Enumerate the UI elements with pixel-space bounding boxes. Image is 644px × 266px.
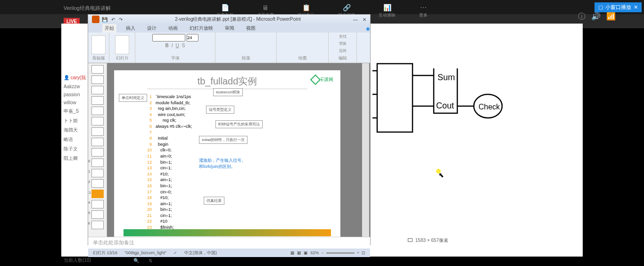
window-icon: ▢ <box>598 4 603 10</box>
view-sorter-icon[interactable]: ▦ <box>297 250 301 255</box>
size-select[interactable] <box>187 34 198 42</box>
view-normal-icon[interactable]: ▦ <box>290 250 295 255</box>
powerpoint-window: 💾 ↶ ↷ 2-verilog经典电路讲解.ppt [兼容模式] - Micro… <box>88 14 371 245</box>
new-slide-button[interactable] <box>115 35 129 54</box>
zoom-level[interactable]: 62% <box>310 250 319 255</box>
slide-thumb[interactable]: 8 <box>91 138 104 146</box>
slide-thumb[interactable]: 16 <box>91 221 104 229</box>
slide-thumb[interactable]: 6 <box>91 117 104 125</box>
slide-scrollbar[interactable] <box>362 63 369 237</box>
sort-icon[interactable]: ⇅ <box>149 258 152 263</box>
slide-thumb[interactable]: 1 <box>91 65 104 74</box>
annotation-box: 仿真结束 <box>204 197 224 205</box>
tab-animation[interactable]: 动画 <box>166 24 180 33</box>
slide-counter: 幻灯片 13/16 <box>93 250 117 256</box>
italic-button[interactable]: I <box>172 43 173 48</box>
wb-cout-label: Cout <box>436 101 454 110</box>
more-button[interactable]: ⋯ 更多 <box>419 4 428 18</box>
slide[interactable]: tb_fulladd实例 E课网 单位时间定义 testbench模块 信号类型… <box>114 70 340 237</box>
wb-sum-label: Sum <box>438 73 455 82</box>
more-icon: ⋯ <box>420 4 427 11</box>
mini-window-button[interactable]: ▢ 小窗口播放 ✕ <box>594 2 642 12</box>
signal-icon: 📶 <box>606 12 616 22</box>
toolbar-right: ⓘ 🔊 📶 <box>578 12 616 22</box>
quiz-button[interactable]: 📊 互动测验 <box>379 4 396 18</box>
ppt-body: 1 2 3 4 5 6 7 8 9 10 11 12 13 14 15 16 t… <box>88 63 370 237</box>
whiteboard[interactable]: Sum Cout Check 1583 × 657像素 <box>372 24 580 245</box>
info-icon[interactable]: ⓘ <box>578 12 586 22</box>
tab-slideshow[interactable]: 幻灯片放映 <box>187 24 215 33</box>
ribbon-tabs: 开始 插入 设计 动画 幻灯片放映 审阅 视图 ◉ <box>88 24 370 33</box>
ppt-window-controls: — ✕ <box>353 17 366 22</box>
language-status[interactable]: 中文(简体，中国) <box>184 250 217 256</box>
underline-button[interactable]: U <box>176 43 179 48</box>
close-icon[interactable]: ✕ <box>363 17 366 22</box>
ribbon-font: BIUS 字体 <box>135 33 215 63</box>
annotation-box: 信号类型定义 <box>206 106 234 114</box>
zoom-in-icon[interactable]: + <box>357 250 359 255</box>
spellcheck-icon[interactable]: ✓ <box>173 250 177 255</box>
dimension-icon <box>408 238 413 242</box>
annotation-text: 灌激励，产生输入信号。 和fork/join的区别。 <box>199 158 246 170</box>
slide-logo: E课网 <box>312 76 333 83</box>
tab-design[interactable]: 设计 <box>145 24 159 33</box>
slide-footer <box>124 229 331 236</box>
ribbon-clipboard: 剪贴板 <box>88 33 109 63</box>
ppt-statusbar: 幻灯片 13/16 "008tgp_bizcom_light" ✓ 中文(简体，… <box>88 249 370 257</box>
user-count: 当前人数(10) <box>64 257 91 264</box>
paste-button[interactable] <box>91 35 106 54</box>
slide-thumb[interactable]: 12 <box>91 179 104 188</box>
list-icon: 📋 <box>302 4 310 11</box>
zoom-controls: ▦ ▦ ▣ 62% − + ⊡ <box>290 250 365 255</box>
help-icon[interactable]: ◉ <box>366 26 370 31</box>
file-icon: 📄 <box>221 4 229 11</box>
zoom-out-icon[interactable]: − <box>321 250 323 255</box>
font-select[interactable] <box>152 34 185 42</box>
slide-thumb[interactable]: 3 <box>91 86 104 94</box>
ribbon-editing: 查找 替换 选择 编辑 <box>329 33 357 63</box>
mouse-cursor-icon: ⬉ <box>438 171 444 179</box>
bold-button[interactable]: B <box>165 43 169 48</box>
zoom-slider[interactable] <box>326 252 355 254</box>
tab-view[interactable]: 视图 <box>244 24 258 33</box>
fit-window-icon[interactable]: ⊡ <box>362 250 365 255</box>
strike-button[interactable]: S <box>182 43 185 48</box>
ribbon-slides: 幻灯片 <box>109 33 135 63</box>
mini-close-icon[interactable]: ✕ <box>634 4 638 10</box>
save-icon[interactable]: 💾 <box>102 17 107 22</box>
tab-review[interactable]: 审阅 <box>223 24 237 33</box>
slide-thumb[interactable]: 14 <box>91 200 104 208</box>
chart-icon: 📊 <box>383 4 391 11</box>
slide-thumb[interactable]: 11 <box>91 169 104 177</box>
sound-icon[interactable]: 🔊 <box>591 12 601 22</box>
slide-thumb[interactable]: 4 <box>91 96 104 105</box>
annotation-box: 单位时间定义 <box>119 94 147 102</box>
slide-thumb[interactable]: 15 <box>91 210 104 219</box>
select-button[interactable]: 选择 <box>339 48 347 53</box>
search-icon[interactable]: 🔍 <box>133 258 139 263</box>
view-slideshow-icon[interactable]: ▣ <box>304 250 308 255</box>
notes-area[interactable]: 单击此处添加备注 <box>88 237 370 249</box>
redo-icon[interactable]: ↷ <box>119 17 123 22</box>
replace-button[interactable]: 替换 <box>339 41 347 46</box>
slide-thumb[interactable]: 10 <box>91 158 104 167</box>
tab-insert[interactable]: 插入 <box>124 24 138 33</box>
monitor-icon: 🖥 <box>262 4 269 11</box>
slide-thumb[interactable]: 7 <box>91 127 104 136</box>
whiteboard-canvas[interactable]: Sum Cout Check <box>372 24 580 245</box>
slide-thumb-active[interactable]: 13 <box>91 190 104 198</box>
tab-home[interactable]: 开始 <box>102 24 116 33</box>
find-button[interactable]: 查找 <box>339 34 347 39</box>
ribbon-paragraph: 段落 <box>215 33 277 63</box>
minimize-icon[interactable]: — <box>353 17 358 22</box>
slide-view: tb_fulladd实例 E课网 单位时间定义 testbench模块 信号类型… <box>107 63 370 237</box>
slide-thumb[interactable]: 5 <box>91 107 104 115</box>
annotation-box: 时钟信号产生的常用写法 <box>215 120 263 128</box>
ppt-titlebar: 💾 ↶ ↷ 2-verilog经典电路讲解.ppt [兼容模式] - Micro… <box>88 15 370 24</box>
annotation-box: testbench模块 <box>213 88 243 96</box>
slide-thumb[interactable]: 9 <box>91 148 104 157</box>
undo-icon[interactable]: ↶ <box>111 17 115 22</box>
slide-thumbnails[interactable]: 1 2 3 4 5 6 7 8 9 10 11 12 13 14 15 16 <box>88 63 107 237</box>
slide-thumb[interactable]: 2 <box>91 75 104 84</box>
office-logo-icon[interactable] <box>92 16 99 23</box>
